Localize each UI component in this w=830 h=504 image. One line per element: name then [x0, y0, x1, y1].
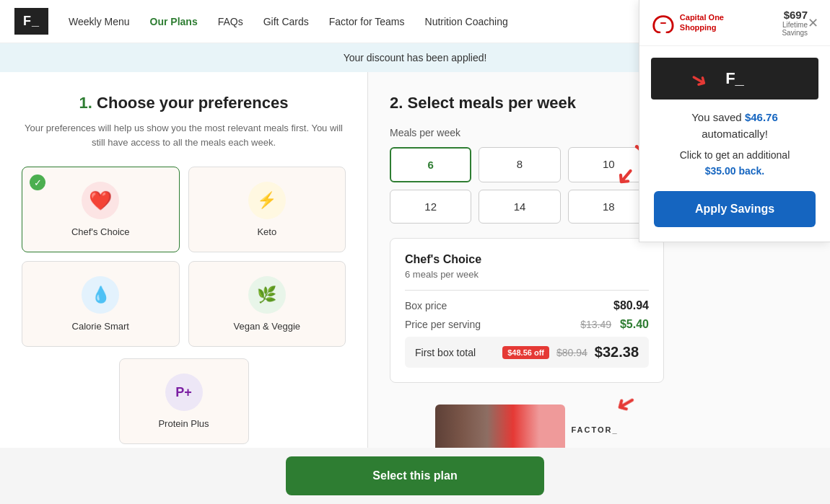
- back-amount: $35.00 back.: [705, 165, 765, 177]
- first-box-prices: $48.56 off $80.94 $32.38: [502, 344, 639, 361]
- cap-header: Capital One Shopping $697 Lifetime Savin…: [639, 0, 830, 46]
- box-price-row: Box price $80.94: [405, 299, 649, 312]
- nav-logo: F_: [14, 8, 48, 35]
- saved-amount: $46.76: [745, 111, 778, 123]
- capital-one-name: Capital One Shopping: [680, 13, 758, 32]
- meal-card-chefs-choice[interactable]: ❤️ Chef's Choice: [22, 167, 180, 252]
- price-per-serving-new: $5.40: [620, 318, 649, 330]
- meal-card-protein-plus[interactable]: P+ Protein Plus: [119, 358, 249, 444]
- step1-desc: Your preferences will help us show you t…: [22, 121, 346, 149]
- count-btn-12[interactable]: 12: [390, 190, 471, 224]
- calorie-smart-label: Calorie Smart: [72, 321, 129, 332]
- saved-suffix: automatically!: [654, 128, 816, 140]
- price-per-serving-old: $13.49: [580, 319, 611, 330]
- cap-body: ➜ You saved $46.76 automatically! Click …: [639, 111, 830, 242]
- chefs-choice-icon: ❤️: [82, 182, 119, 219]
- count-btn-8[interactable]: 8: [479, 147, 560, 182]
- nav-gift-cards[interactable]: Gift Cards: [263, 16, 309, 27]
- nav-faqs[interactable]: FAQs: [218, 16, 243, 27]
- off-badge: $48.56 off: [502, 346, 549, 359]
- keto-label: Keto: [257, 226, 276, 237]
- step1-title: 1. Choose your preferences: [22, 94, 346, 112]
- summary-plan-name: Chef's Choice: [405, 253, 649, 266]
- meal-card-vegan-veggie[interactable]: 🌿 Vegan & Veggie: [188, 261, 346, 347]
- cap-savings-amount: $697: [758, 9, 808, 21]
- count-btn-18[interactable]: 18: [568, 190, 650, 224]
- factor-brand-text: FACTOR_: [571, 425, 618, 434]
- cap-savings-sub: Lifetime Savings: [758, 21, 808, 37]
- meal-card-calorie-smart[interactable]: 💧 Calorie Smart: [22, 261, 180, 347]
- vegan-veggie-icon: 🌿: [248, 276, 286, 314]
- price-per-serving-values: $13.49 $5.40: [580, 318, 649, 331]
- cap-logo-area: Capital One Shopping: [651, 13, 758, 33]
- first-box-label: First box total: [415, 347, 476, 358]
- apply-savings-button[interactable]: Apply Savings: [654, 191, 816, 227]
- cap-logo-box: F_: [651, 58, 818, 100]
- keto-icon: ⚡: [248, 182, 286, 219]
- cap-amount-area: $697 Lifetime Savings: [758, 9, 808, 37]
- left-panel: 1. Choose your preferences Your preferen…: [0, 72, 368, 501]
- nav-nutrition-coaching[interactable]: Nutrition Coaching: [425, 16, 508, 27]
- price-per-serving-row: Price per serving $13.49 $5.40: [405, 318, 649, 331]
- divider: [405, 290, 649, 291]
- box-price-value: $80.94: [613, 299, 649, 312]
- select-plan-button[interactable]: Select this plan: [286, 456, 543, 495]
- count-btn-14[interactable]: 14: [479, 190, 560, 224]
- protein-plus-icon: P+: [165, 373, 203, 411]
- vegan-veggie-label: Vegan & Veggie: [233, 321, 300, 332]
- meal-type-grid: ❤️ Chef's Choice ⚡ Keto 💧 Calorie Smart …: [22, 167, 346, 347]
- capital-one-popup: Capital One Shopping $697 Lifetime Savin…: [639, 0, 830, 242]
- saved-text: You saved $46.76: [654, 111, 816, 123]
- first-box-row: First box total $48.56 off $80.94 $32.38: [405, 337, 649, 368]
- nav-weekly-menu[interactable]: Weekly Menu: [69, 16, 130, 27]
- box-price-label: Box price: [405, 300, 447, 311]
- summary-card: Chef's Choice 6 meals per week Box price…: [390, 238, 664, 383]
- price-per-serving-label: Price per serving: [405, 319, 481, 330]
- nav-our-plans[interactable]: Our Plans: [150, 16, 198, 27]
- first-box-old-price: $80.94: [556, 347, 587, 358]
- capital-one-swoosh-icon: [651, 13, 676, 33]
- select-btn-row: Select this plan: [0, 448, 830, 504]
- protein-plus-label: Protein Plus: [158, 418, 209, 429]
- meal-card-keto[interactable]: ⚡ Keto: [188, 167, 346, 252]
- calorie-smart-icon: 💧: [82, 276, 119, 314]
- chefs-choice-label: Chef's Choice: [71, 226, 130, 237]
- additional-text: Click to get an additional $35.00 back.: [654, 147, 816, 180]
- nav-factor-teams[interactable]: Factor for Teams: [329, 16, 405, 27]
- close-button[interactable]: ✕: [808, 15, 818, 31]
- summary-meals: 6 meals per week: [405, 269, 649, 280]
- count-btn-6[interactable]: 6: [390, 147, 471, 182]
- first-box-new-price: $32.38: [595, 344, 639, 361]
- checkmark-icon: [30, 174, 45, 190]
- meal-count-grid: 6 8 ❤ 10 12 14 18: [390, 147, 650, 224]
